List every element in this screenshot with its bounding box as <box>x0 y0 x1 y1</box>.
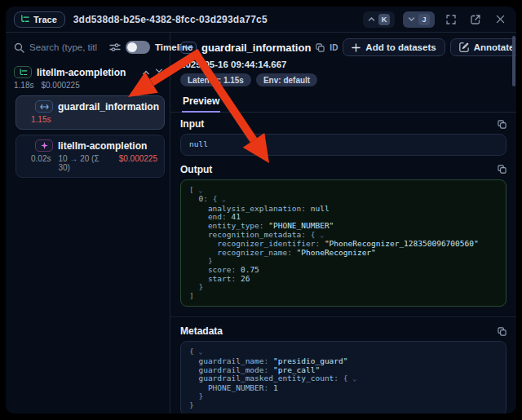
generation-tokens: 10 → 20 (Σ 30) <box>58 154 111 172</box>
output-section-header: Output <box>180 164 507 175</box>
filter-sliders-icon[interactable] <box>109 42 121 52</box>
badge-row: Latency: 1.15s Env: default <box>180 73 507 86</box>
tree-node-root[interactable]: litellm-acompletion <box>12 65 165 79</box>
collapse-all-icon[interactable] <box>155 69 163 77</box>
tree-node-label: litellm-acompletion <box>37 67 126 78</box>
copy-input-icon[interactable] <box>498 120 507 129</box>
tab-preview[interactable]: Preview <box>182 95 220 113</box>
input-json-viewer[interactable]: null <box>180 134 507 156</box>
scrollbar-thumb[interactable] <box>512 36 515 86</box>
generation-duration: 0.02s <box>31 154 51 172</box>
input-section-header: Input <box>180 118 507 130</box>
span-tree-sidebar: Timeline litellm-acompletion <box>6 33 170 413</box>
sidebar-toolbar: Timeline <box>12 38 165 60</box>
close-icon[interactable] <box>492 11 508 28</box>
trace-detail-window: Trace 3dd538d8-b25e-4382-8fcc-03d293da77… <box>6 7 516 413</box>
output-json-viewer[interactable]: [ ⌄ 0: { ⌄ analysis_explanation: null en… <box>180 179 507 307</box>
trace-badge-label: Trace <box>33 15 57 24</box>
span-duration: 1.15s <box>31 115 51 124</box>
env-badge: Env: default <box>256 73 317 86</box>
collapse-chevron-up-icon[interactable] <box>142 69 150 77</box>
metadata-json-viewer[interactable]: { ⌄ guardrail_name: "presidio_guard" gua… <box>180 341 507 413</box>
tree-node-litellm-acompletion[interactable]: litellm-acompletion 0.02s 10 → 20 (Σ 30)… <box>15 135 165 178</box>
copy-id-icon[interactable] <box>316 43 325 52</box>
timeline-toggle[interactable] <box>126 41 150 54</box>
observation-detail-panel: guardrail_information ID Add to datasets <box>170 33 516 413</box>
add-to-datasets-button[interactable]: Add to datasets <box>343 38 445 56</box>
observation-timestamp: 2025-05-16 09:44:14.667 <box>180 60 507 69</box>
latency-badge: Latency: 1.15s <box>180 73 251 86</box>
tree-node-guardrail-information[interactable]: guardrail_information 1.15s <box>15 95 165 130</box>
detail-tabs: Preview <box>170 92 516 113</box>
trace-id: 3dd538d8-b25e-4382-8fcc-03d293da77c5 <box>73 14 268 25</box>
search-input[interactable] <box>29 42 104 52</box>
metadata-section-header: Metadata <box>180 325 507 337</box>
tree-node-label: litellm-acompletion <box>58 140 147 152</box>
trace-type-badge: Trace <box>14 11 65 28</box>
generation-sparkle-icon <box>35 139 53 152</box>
nav-previous-button[interactable]: K <box>363 11 395 28</box>
content-area: Timeline litellm-acompletion <box>6 33 516 413</box>
metadata-title: Metadata <box>180 325 223 337</box>
detail-sections: Input null Output [ ⌄ 0: { ⌄ analysis_ex… <box>180 113 507 413</box>
search-icon <box>14 42 24 53</box>
root-duration: 1.18s <box>14 81 33 90</box>
output-title: Output <box>180 164 212 175</box>
nav-next-button[interactable]: J <box>403 11 435 28</box>
trace-tree-icon <box>20 15 29 24</box>
span-arrows-icon <box>35 100 53 113</box>
annotate-pencil-icon <box>459 42 469 52</box>
input-title: Input <box>180 118 204 130</box>
top-bar: Trace 3dd538d8-b25e-4382-8fcc-03d293da77… <box>6 7 516 33</box>
annotate-split-button: Annotate <box>450 38 516 56</box>
open-in-new-icon[interactable] <box>467 11 484 28</box>
tree-node-metrics: 1.18s $0.000225 <box>12 79 165 95</box>
span-tree: litellm-acompletion 1.18s $0.000225 <box>12 65 165 178</box>
shortcut-key-j: J <box>418 14 430 25</box>
copy-output-icon[interactable] <box>498 165 507 174</box>
span-arrows-icon <box>180 42 197 54</box>
trace-node-icon <box>14 66 32 78</box>
observation-title: guardrail_information <box>201 42 311 54</box>
annotate-button[interactable]: Annotate <box>450 38 516 56</box>
id-label: ID <box>330 43 338 52</box>
section-divider <box>170 316 516 317</box>
observation-header: guardrail_information ID Add to datasets <box>180 38 507 57</box>
copy-metadata-icon[interactable] <box>498 327 507 336</box>
root-cost: $0.000225 <box>41 81 79 90</box>
shortcut-key-k: K <box>378 14 390 25</box>
expand-icon[interactable] <box>443 11 459 28</box>
tree-node-label: guardrail_information <box>58 101 159 113</box>
generation-cost: $0.000225 <box>119 154 157 172</box>
